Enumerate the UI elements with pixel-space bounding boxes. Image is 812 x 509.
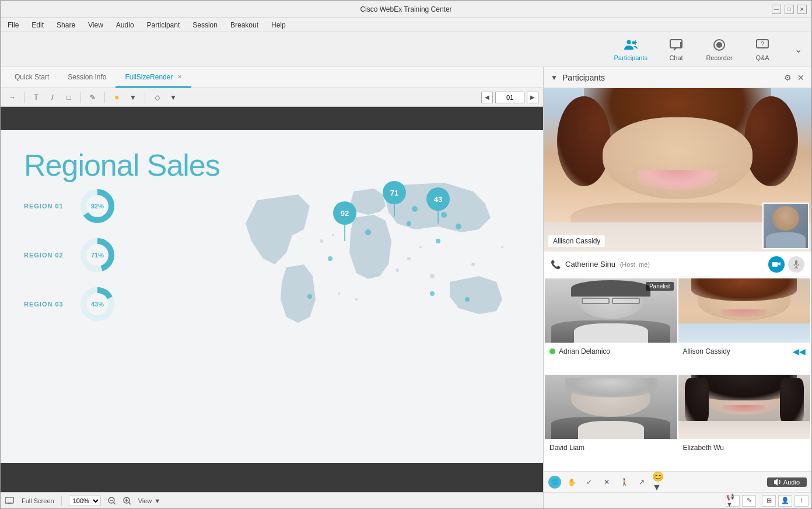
participant-name-bar: Allison Cassidy ◀◀ [678, 343, 811, 360]
window-controls: — □ ✕ [772, 5, 807, 14]
tool-arrow[interactable]: → [5, 90, 19, 104]
svg-point-33 [307, 294, 312, 299]
close-button[interactable]: ✕ [797, 5, 807, 14]
svg-rect-56 [795, 260, 797, 265]
menu-session[interactable]: Session [190, 20, 220, 30]
minimize-button[interactable]: — [772, 5, 781, 14]
toolbar-recorder[interactable]: Recorder [705, 38, 734, 61]
title-bar: Cisco WebEx Training Center — □ ✕ [1, 1, 811, 18]
tool-line[interactable]: / [46, 90, 60, 104]
globe-button[interactable]: 🌐 [548, 476, 561, 489]
tool-pen[interactable]: ✎ [86, 90, 100, 104]
toolbar-sep-4 [145, 92, 145, 103]
region-03-chart: 43% [80, 287, 115, 322]
restore-button[interactable]: □ [785, 5, 794, 14]
tab-fullsizerender[interactable]: FullSizeRender ✕ [116, 67, 191, 88]
tool-rect[interactable]: □ [62, 90, 76, 104]
main-video: Allison Cassidy [544, 88, 811, 252]
svg-point-19 [396, 269, 399, 272]
participant-cell-adrian[interactable]: Panelist Adrian Delamico [545, 278, 677, 360]
marker-btn[interactable]: ✎ [742, 495, 756, 507]
toolbar-expand[interactable]: ⌄ [794, 44, 802, 55]
broadcast-btn[interactable]: 📢 ▼ [726, 495, 740, 507]
person-btn[interactable]: 👤 [778, 495, 792, 507]
main-window: Cisco WebEx Training Center — □ ✕ File E… [0, 0, 812, 509]
menu-audio[interactable]: Audio [114, 20, 136, 30]
mic-button[interactable] [788, 256, 804, 273]
participant-cell-allison[interactable]: Allison Cassidy ◀◀ [678, 278, 811, 360]
svg-rect-55 [772, 262, 778, 267]
page-next-btn[interactable]: ▶ [527, 92, 538, 103]
menu-file[interactable]: File [5, 20, 21, 30]
region-01-label: REGION 01 [24, 203, 71, 210]
svg-point-22 [501, 246, 503, 248]
region-02-pct: 71% [91, 252, 104, 259]
zoom-select[interactable]: 100% 75% 125% 150% [69, 496, 101, 506]
menu-help[interactable]: Help [269, 20, 288, 30]
status-bar: Full Screen 100% 75% 125% 150% [1, 492, 543, 508]
menu-participant[interactable]: Participant [145, 20, 183, 30]
hand-raise-btn[interactable]: ✋ [565, 475, 579, 489]
svg-point-34 [430, 291, 435, 296]
menu-breakout[interactable]: Breakout [228, 20, 261, 30]
panelist-badge: Panelist [646, 282, 674, 291]
tool-eraser[interactable]: ◇ [150, 90, 164, 104]
svg-point-24 [355, 298, 358, 301]
host-row: 📞 Catherine Sinu (Host, me) [544, 252, 811, 277]
region-02-chart: 71% [80, 238, 115, 273]
menu-view[interactable]: View [86, 20, 106, 30]
video-button[interactable] [768, 256, 785, 273]
map-area: 92 71 43 [240, 154, 531, 375]
settings-icon[interactable]: ⚙ [784, 73, 792, 82]
toolbar-sep-3 [104, 92, 105, 103]
toolbar-qa[interactable]: ? Q&A [748, 38, 777, 61]
slide-body: Regional Sales REGION 01 92% [1, 130, 543, 463]
page-input[interactable] [495, 92, 524, 103]
tab-quick-start[interactable]: Quick Start [5, 67, 58, 88]
participant-cell-david[interactable]: David Liam [545, 375, 677, 456]
participants-header: ▼ Participants ⚙ ✕ [544, 67, 811, 88]
arrow-btn[interactable]: ↗ [635, 475, 649, 489]
svg-rect-45 [5, 497, 13, 503]
toolbar-participants[interactable]: Participants [614, 38, 648, 61]
phone-icon: 📞 [551, 260, 561, 269]
page-selector: ◀ ▶ [481, 92, 538, 103]
svg-point-17 [430, 274, 435, 278]
host-name: Catherine Sinu (Host, me) [565, 260, 764, 269]
audio-button[interactable]: Audio [767, 477, 807, 487]
toolbar-chat[interactable]: Chat [662, 38, 691, 61]
participant-cell-elizabeth[interactable]: Elizabeth Wu [678, 375, 811, 456]
menu-bar: File Edit Share View Audio Participant S… [1, 18, 811, 32]
grid-btn[interactable]: ⊞ [762, 495, 776, 507]
svg-text:71: 71 [390, 189, 398, 197]
view-btn[interactable]: View ▼ [138, 497, 161, 504]
tab-session-info[interactable]: Session Info [58, 67, 116, 88]
region-01-row: REGION 01 92% [24, 189, 115, 224]
panel-close-icon[interactable]: ✕ [797, 73, 804, 82]
page-prev-btn[interactable]: ◀ [481, 92, 493, 103]
tool-fill-arrow[interactable]: ▼ [126, 90, 140, 104]
tab-close-icon[interactable]: ✕ [177, 74, 182, 80]
chat-label: Chat [669, 54, 682, 61]
slide-footer-bar [1, 463, 543, 492]
speaking-indicator: ◀◀ [793, 347, 806, 356]
region-02-label: REGION 02 [24, 252, 71, 259]
check-btn[interactable]: ✓ [582, 475, 596, 489]
svg-line-52 [129, 503, 131, 504]
tool-text[interactable]: T [29, 90, 43, 104]
tool-fill[interactable]: ■ [110, 90, 124, 104]
main-area: Quick Start Session Info FullSizeRender … [1, 67, 811, 508]
collapse-icon[interactable]: ▼ [551, 74, 558, 82]
tool-eraser-arrow[interactable]: ▼ [166, 90, 180, 104]
zoom-in-btn[interactable] [123, 497, 131, 505]
region-01-chart: 92% [80, 189, 115, 224]
emoji-btn[interactable]: 😊 ▼ [652, 475, 666, 489]
menu-edit[interactable]: Edit [29, 20, 46, 30]
zoom-out-btn[interactable] [108, 497, 116, 505]
menu-share[interactable]: Share [54, 20, 78, 30]
info-btn[interactable]: ! [794, 495, 808, 507]
svg-point-18 [407, 257, 411, 260]
x-btn[interactable]: ✕ [600, 475, 614, 489]
walk-btn[interactable]: 🚶 [617, 475, 631, 489]
toolbar-icons: Participants Chat Recorder ? [614, 38, 777, 61]
